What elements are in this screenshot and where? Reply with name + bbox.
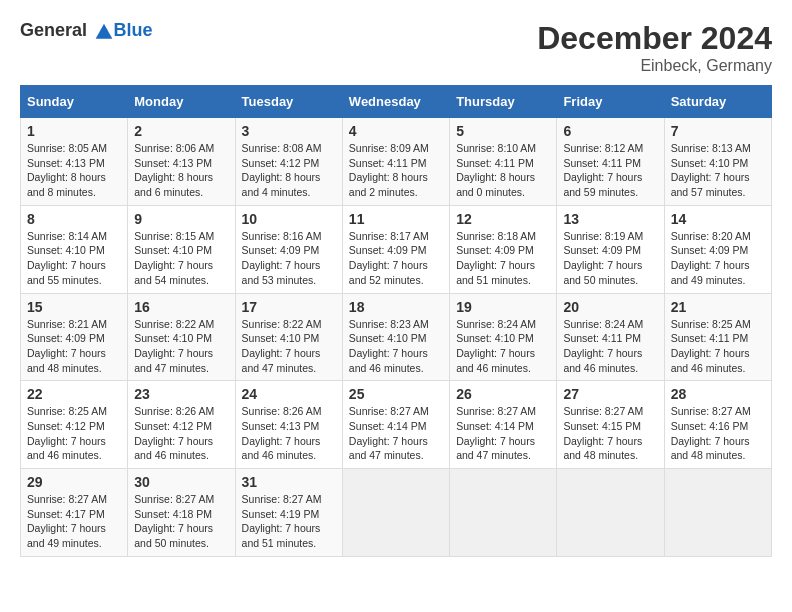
day-info: Sunrise: 8:16 AMSunset: 4:09 PMDaylight:… [242, 229, 336, 288]
day-cell: 27Sunrise: 8:27 AMSunset: 4:15 PMDayligh… [557, 381, 664, 469]
day-cell: 24Sunrise: 8:26 AMSunset: 4:13 PMDayligh… [235, 381, 342, 469]
day-number: 19 [456, 299, 550, 315]
logo: General Blue [20, 20, 153, 42]
day-number: 24 [242, 386, 336, 402]
day-cell: 8Sunrise: 8:14 AMSunset: 4:10 PMDaylight… [21, 205, 128, 293]
day-number: 4 [349, 123, 443, 139]
day-number: 25 [349, 386, 443, 402]
day-cell: 25Sunrise: 8:27 AMSunset: 4:14 PMDayligh… [342, 381, 449, 469]
logo-blue: Blue [114, 20, 153, 40]
day-cell: 5Sunrise: 8:10 AMSunset: 4:11 PMDaylight… [450, 118, 557, 206]
day-cell: 31Sunrise: 8:27 AMSunset: 4:19 PMDayligh… [235, 469, 342, 557]
day-number: 10 [242, 211, 336, 227]
logo-icon [94, 22, 114, 42]
day-cell: 29Sunrise: 8:27 AMSunset: 4:17 PMDayligh… [21, 469, 128, 557]
day-cell: 23Sunrise: 8:26 AMSunset: 4:12 PMDayligh… [128, 381, 235, 469]
day-cell [664, 469, 771, 557]
week-row-1: 1Sunrise: 8:05 AMSunset: 4:13 PMDaylight… [21, 118, 772, 206]
title-area: December 2024 Einbeck, Germany [537, 20, 772, 75]
header: General Blue December 2024 Einbeck, Germ… [20, 20, 772, 75]
day-info: Sunrise: 8:27 AMSunset: 4:15 PMDaylight:… [563, 404, 657, 463]
day-info: Sunrise: 8:25 AMSunset: 4:11 PMDaylight:… [671, 317, 765, 376]
day-number: 1 [27, 123, 121, 139]
header-row: SundayMondayTuesdayWednesdayThursdayFrid… [21, 86, 772, 118]
day-info: Sunrise: 8:14 AMSunset: 4:10 PMDaylight:… [27, 229, 121, 288]
day-cell: 12Sunrise: 8:18 AMSunset: 4:09 PMDayligh… [450, 205, 557, 293]
day-info: Sunrise: 8:27 AMSunset: 4:16 PMDaylight:… [671, 404, 765, 463]
day-number: 7 [671, 123, 765, 139]
day-info: Sunrise: 8:17 AMSunset: 4:09 PMDaylight:… [349, 229, 443, 288]
day-info: Sunrise: 8:08 AMSunset: 4:12 PMDaylight:… [242, 141, 336, 200]
day-cell [342, 469, 449, 557]
day-number: 30 [134, 474, 228, 490]
day-info: Sunrise: 8:24 AMSunset: 4:10 PMDaylight:… [456, 317, 550, 376]
column-header-monday: Monday [128, 86, 235, 118]
day-number: 9 [134, 211, 228, 227]
main-title: December 2024 [537, 20, 772, 57]
day-info: Sunrise: 8:21 AMSunset: 4:09 PMDaylight:… [27, 317, 121, 376]
day-cell [557, 469, 664, 557]
day-number: 29 [27, 474, 121, 490]
day-info: Sunrise: 8:13 AMSunset: 4:10 PMDaylight:… [671, 141, 765, 200]
week-row-3: 15Sunrise: 8:21 AMSunset: 4:09 PMDayligh… [21, 293, 772, 381]
calendar-table: SundayMondayTuesdayWednesdayThursdayFrid… [20, 85, 772, 557]
day-cell: 9Sunrise: 8:15 AMSunset: 4:10 PMDaylight… [128, 205, 235, 293]
day-number: 20 [563, 299, 657, 315]
day-cell: 1Sunrise: 8:05 AMSunset: 4:13 PMDaylight… [21, 118, 128, 206]
day-info: Sunrise: 8:23 AMSunset: 4:10 PMDaylight:… [349, 317, 443, 376]
day-number: 8 [27, 211, 121, 227]
day-info: Sunrise: 8:27 AMSunset: 4:14 PMDaylight:… [349, 404, 443, 463]
day-number: 14 [671, 211, 765, 227]
day-number: 16 [134, 299, 228, 315]
day-number: 31 [242, 474, 336, 490]
week-row-4: 22Sunrise: 8:25 AMSunset: 4:12 PMDayligh… [21, 381, 772, 469]
day-cell: 28Sunrise: 8:27 AMSunset: 4:16 PMDayligh… [664, 381, 771, 469]
day-info: Sunrise: 8:06 AMSunset: 4:13 PMDaylight:… [134, 141, 228, 200]
column-header-sunday: Sunday [21, 86, 128, 118]
day-cell: 3Sunrise: 8:08 AMSunset: 4:12 PMDaylight… [235, 118, 342, 206]
day-number: 5 [456, 123, 550, 139]
day-cell: 20Sunrise: 8:24 AMSunset: 4:11 PMDayligh… [557, 293, 664, 381]
day-cell: 15Sunrise: 8:21 AMSunset: 4:09 PMDayligh… [21, 293, 128, 381]
day-cell: 13Sunrise: 8:19 AMSunset: 4:09 PMDayligh… [557, 205, 664, 293]
day-info: Sunrise: 8:24 AMSunset: 4:11 PMDaylight:… [563, 317, 657, 376]
day-info: Sunrise: 8:19 AMSunset: 4:09 PMDaylight:… [563, 229, 657, 288]
day-cell: 11Sunrise: 8:17 AMSunset: 4:09 PMDayligh… [342, 205, 449, 293]
day-number: 11 [349, 211, 443, 227]
week-row-5: 29Sunrise: 8:27 AMSunset: 4:17 PMDayligh… [21, 469, 772, 557]
day-info: Sunrise: 8:18 AMSunset: 4:09 PMDaylight:… [456, 229, 550, 288]
column-header-wednesday: Wednesday [342, 86, 449, 118]
day-info: Sunrise: 8:15 AMSunset: 4:10 PMDaylight:… [134, 229, 228, 288]
day-info: Sunrise: 8:05 AMSunset: 4:13 PMDaylight:… [27, 141, 121, 200]
day-cell: 30Sunrise: 8:27 AMSunset: 4:18 PMDayligh… [128, 469, 235, 557]
day-cell: 4Sunrise: 8:09 AMSunset: 4:11 PMDaylight… [342, 118, 449, 206]
day-number: 6 [563, 123, 657, 139]
day-info: Sunrise: 8:27 AMSunset: 4:19 PMDaylight:… [242, 492, 336, 551]
day-number: 23 [134, 386, 228, 402]
day-number: 26 [456, 386, 550, 402]
day-cell: 2Sunrise: 8:06 AMSunset: 4:13 PMDaylight… [128, 118, 235, 206]
svg-marker-0 [95, 23, 112, 38]
day-number: 12 [456, 211, 550, 227]
day-info: Sunrise: 8:12 AMSunset: 4:11 PMDaylight:… [563, 141, 657, 200]
day-cell: 17Sunrise: 8:22 AMSunset: 4:10 PMDayligh… [235, 293, 342, 381]
day-number: 18 [349, 299, 443, 315]
day-number: 27 [563, 386, 657, 402]
day-info: Sunrise: 8:27 AMSunset: 4:17 PMDaylight:… [27, 492, 121, 551]
day-number: 13 [563, 211, 657, 227]
day-info: Sunrise: 8:10 AMSunset: 4:11 PMDaylight:… [456, 141, 550, 200]
day-info: Sunrise: 8:22 AMSunset: 4:10 PMDaylight:… [134, 317, 228, 376]
day-info: Sunrise: 8:27 AMSunset: 4:18 PMDaylight:… [134, 492, 228, 551]
column-header-saturday: Saturday [664, 86, 771, 118]
column-header-thursday: Thursday [450, 86, 557, 118]
day-info: Sunrise: 8:27 AMSunset: 4:14 PMDaylight:… [456, 404, 550, 463]
day-cell: 7Sunrise: 8:13 AMSunset: 4:10 PMDaylight… [664, 118, 771, 206]
day-number: 17 [242, 299, 336, 315]
day-info: Sunrise: 8:20 AMSunset: 4:09 PMDaylight:… [671, 229, 765, 288]
day-info: Sunrise: 8:26 AMSunset: 4:13 PMDaylight:… [242, 404, 336, 463]
subtitle: Einbeck, Germany [537, 57, 772, 75]
day-cell: 22Sunrise: 8:25 AMSunset: 4:12 PMDayligh… [21, 381, 128, 469]
day-number: 15 [27, 299, 121, 315]
day-cell: 14Sunrise: 8:20 AMSunset: 4:09 PMDayligh… [664, 205, 771, 293]
day-info: Sunrise: 8:09 AMSunset: 4:11 PMDaylight:… [349, 141, 443, 200]
